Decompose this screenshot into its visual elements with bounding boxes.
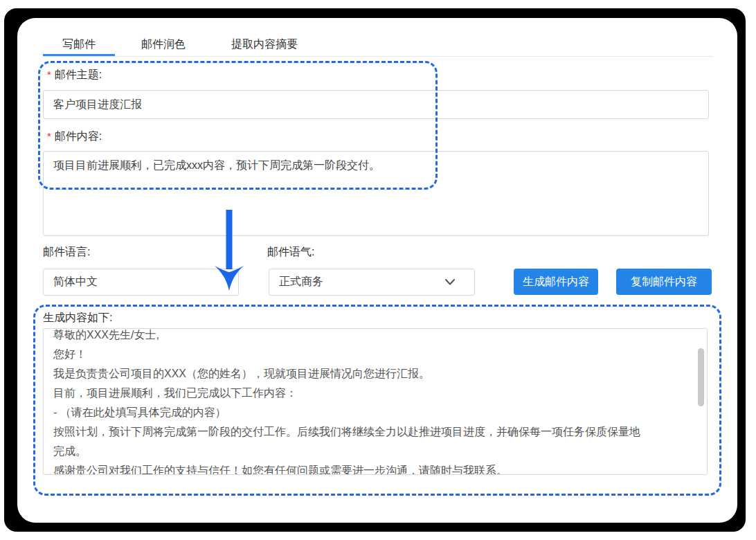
generated-content-text: 尊敬的XXX先生/女士, 您好！ 我是负责贵公司项目的XXX（您的姓名），现就项… — [44, 328, 707, 475]
content-textarea[interactable] — [43, 151, 709, 236]
tone-select[interactable]: 正式商务 — [269, 269, 475, 296]
content-label: *邮件内容: — [47, 129, 102, 144]
generated-line: 按照计划，预计下周将完成第一阶段的交付工作。后续我们将继续全力以赴推进项目进度，… — [53, 422, 646, 461]
generated-line: - （请在此处填写具体完成的内容） — [53, 403, 646, 422]
generated-line: 您好！ — [53, 345, 646, 364]
tab-extract-summary[interactable]: 提取内容摘要 — [212, 33, 317, 56]
tab-bar: 写邮件 邮件润色 提取内容摘要 — [43, 33, 713, 57]
generated-line: 目前，项目进展顺利，我们已完成以下工作内容： — [53, 384, 646, 403]
required-marker: * — [47, 130, 51, 142]
generated-content-label: 生成内容如下: — [43, 310, 112, 325]
generated-line: 尊敬的XXX先生/女士, — [53, 328, 646, 345]
tone-select-value: 正式商务 — [279, 275, 323, 289]
generate-email-button[interactable]: 生成邮件内容 — [514, 269, 598, 295]
copy-email-button[interactable]: 复制邮件内容 — [616, 269, 712, 295]
email-tool-panel: 写邮件 邮件润色 提取内容摘要 *邮件主题: *邮件内容: 邮件语言: 邮件语气… — [17, 18, 737, 523]
generated-line: 感谢贵公司对我们工作的支持与信任！如您有任何问题或需要进一步沟通，请随时与我联系… — [53, 461, 646, 475]
generated-line: 我是负责贵公司项目的XXX（您的姓名），现就项目进展情况向您进行汇报。 — [53, 364, 646, 384]
chevron-down-icon — [445, 279, 455, 285]
language-label: 邮件语言: — [43, 244, 90, 260]
subject-label: *邮件主题: — [47, 67, 102, 82]
tab-polish-email[interactable]: 邮件润色 — [122, 33, 205, 56]
subject-input[interactable] — [43, 90, 709, 119]
language-input[interactable] — [43, 269, 239, 296]
tone-label: 邮件语气: — [267, 244, 314, 260]
generated-content-textarea[interactable]: 尊敬的XXX先生/女士, 您好！ 我是负责贵公司项目的XXX（您的姓名），现就项… — [43, 328, 708, 475]
tab-write-email[interactable]: 写邮件 — [43, 33, 115, 56]
required-marker: * — [47, 69, 51, 80]
output-scrollbar-thumb[interactable] — [698, 348, 704, 406]
